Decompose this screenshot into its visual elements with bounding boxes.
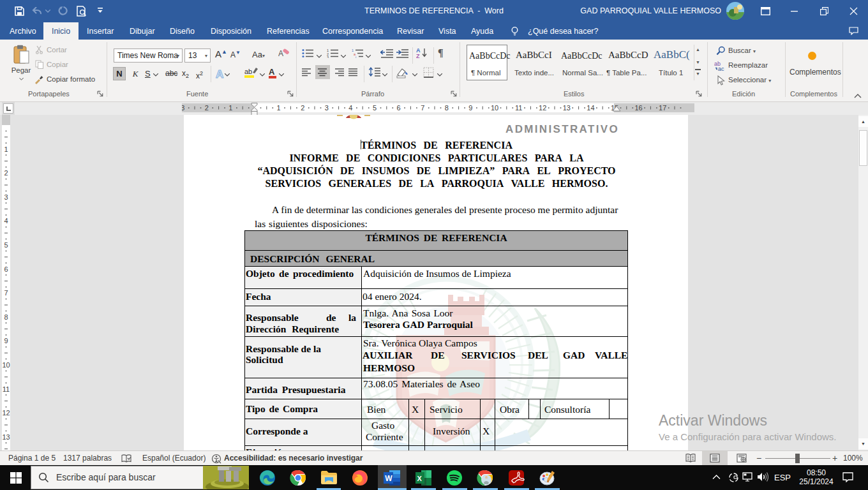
svg-text:W: W [385, 474, 393, 483]
svg-text:8: 8 [445, 104, 449, 112]
svg-text:12: 12 [539, 104, 546, 112]
svg-text:9: 9 [4, 337, 8, 345]
svg-text:13: 13 [2, 433, 10, 441]
svg-text:8: 8 [4, 313, 8, 321]
svg-text:X: X [417, 475, 423, 482]
svg-text:16: 16 [634, 104, 642, 112]
svg-text:ab: ab [244, 68, 252, 75]
svg-text:14: 14 [587, 104, 594, 112]
svg-text:4: 4 [4, 217, 8, 225]
svg-text:4: 4 [348, 104, 352, 112]
svg-text:17: 17 [659, 104, 666, 112]
svg-text:A: A [269, 67, 275, 77]
svg-text:7: 7 [421, 104, 424, 112]
svg-text:9: 9 [468, 104, 472, 112]
svg-text:3: 3 [325, 104, 329, 112]
svg-text:10: 10 [491, 104, 498, 112]
svg-text:13: 13 [563, 104, 571, 112]
svg-text:7: 7 [4, 289, 8, 297]
svg-text:6: 6 [397, 104, 401, 112]
svg-text:A: A [278, 49, 283, 58]
svg-text:Z: Z [416, 53, 420, 59]
svg-text:5: 5 [4, 241, 8, 249]
svg-text:2: 2 [205, 104, 209, 112]
svg-text:11: 11 [3, 385, 10, 393]
svg-text:1: 1 [277, 104, 281, 112]
svg-text:A: A [216, 68, 223, 80]
svg-text:3: 3 [4, 193, 8, 201]
svg-text:i: i [355, 56, 356, 59]
svg-text:10: 10 [2, 361, 10, 369]
svg-text:12: 12 [2, 409, 10, 417]
svg-text:2: 2 [4, 169, 8, 177]
svg-text:1: 1 [4, 145, 8, 153]
svg-text:6: 6 [4, 265, 8, 273]
svg-text:1: 1 [228, 104, 232, 112]
svg-text:3: 3 [327, 56, 329, 59]
svg-text:5: 5 [373, 104, 377, 112]
svg-text:11: 11 [515, 104, 522, 112]
svg-text:3: 3 [182, 104, 184, 112]
svg-text:2: 2 [301, 104, 304, 112]
svg-text:ac: ac [718, 66, 724, 71]
